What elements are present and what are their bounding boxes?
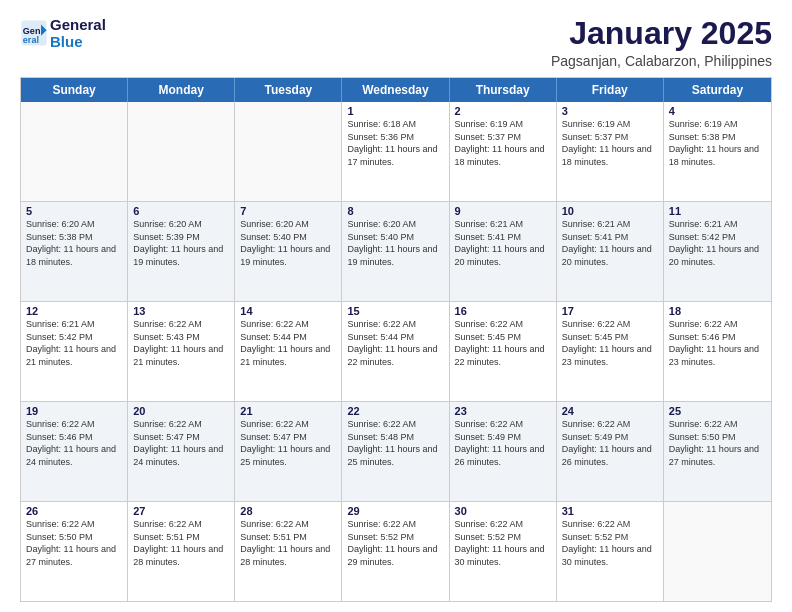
day-info: Sunrise: 6:22 AMSunset: 5:50 PMDaylight:…: [26, 518, 122, 568]
day-number: 26: [26, 505, 122, 517]
day-info: Sunrise: 6:20 AMSunset: 5:38 PMDaylight:…: [26, 218, 122, 268]
weekday-header-friday: Friday: [557, 78, 664, 102]
day-number: 18: [669, 305, 766, 317]
calendar-cell: 19Sunrise: 6:22 AMSunset: 5:46 PMDayligh…: [21, 402, 128, 501]
day-number: 3: [562, 105, 658, 117]
logo-line1: General: [50, 16, 106, 33]
calendar-cell: 27Sunrise: 6:22 AMSunset: 5:51 PMDayligh…: [128, 502, 235, 601]
day-info: Sunrise: 6:19 AMSunset: 5:37 PMDaylight:…: [455, 118, 551, 168]
day-info: Sunrise: 6:20 AMSunset: 5:40 PMDaylight:…: [347, 218, 443, 268]
day-number: 7: [240, 205, 336, 217]
calendar-cell: 9Sunrise: 6:21 AMSunset: 5:41 PMDaylight…: [450, 202, 557, 301]
day-number: 2: [455, 105, 551, 117]
calendar-cell: 11Sunrise: 6:21 AMSunset: 5:42 PMDayligh…: [664, 202, 771, 301]
logo-icon: Gen eral: [20, 19, 48, 47]
day-info: Sunrise: 6:22 AMSunset: 5:49 PMDaylight:…: [562, 418, 658, 468]
calendar-cell: 22Sunrise: 6:22 AMSunset: 5:48 PMDayligh…: [342, 402, 449, 501]
calendar-cell: [664, 502, 771, 601]
weekday-header-sunday: Sunday: [21, 78, 128, 102]
day-number: 27: [133, 505, 229, 517]
weekday-header-monday: Monday: [128, 78, 235, 102]
calendar-cell: 29Sunrise: 6:22 AMSunset: 5:52 PMDayligh…: [342, 502, 449, 601]
day-info: Sunrise: 6:20 AMSunset: 5:39 PMDaylight:…: [133, 218, 229, 268]
calendar-cell: 10Sunrise: 6:21 AMSunset: 5:41 PMDayligh…: [557, 202, 664, 301]
calendar-cell: 7Sunrise: 6:20 AMSunset: 5:40 PMDaylight…: [235, 202, 342, 301]
day-info: Sunrise: 6:22 AMSunset: 5:52 PMDaylight:…: [347, 518, 443, 568]
calendar-row-4: 19Sunrise: 6:22 AMSunset: 5:46 PMDayligh…: [21, 401, 771, 501]
calendar-cell: 5Sunrise: 6:20 AMSunset: 5:38 PMDaylight…: [21, 202, 128, 301]
calendar-cell: 6Sunrise: 6:20 AMSunset: 5:39 PMDaylight…: [128, 202, 235, 301]
calendar-cell: 25Sunrise: 6:22 AMSunset: 5:50 PMDayligh…: [664, 402, 771, 501]
day-number: 17: [562, 305, 658, 317]
calendar-cell: [21, 102, 128, 201]
weekday-header-thursday: Thursday: [450, 78, 557, 102]
calendar-cell: 14Sunrise: 6:22 AMSunset: 5:44 PMDayligh…: [235, 302, 342, 401]
page: Gen eral General Blue January 2025 Pagsa…: [0, 0, 792, 612]
day-number: 6: [133, 205, 229, 217]
day-info: Sunrise: 6:21 AMSunset: 5:42 PMDaylight:…: [669, 218, 766, 268]
calendar-cell: 17Sunrise: 6:22 AMSunset: 5:45 PMDayligh…: [557, 302, 664, 401]
day-info: Sunrise: 6:22 AMSunset: 5:48 PMDaylight:…: [347, 418, 443, 468]
day-info: Sunrise: 6:22 AMSunset: 5:46 PMDaylight:…: [26, 418, 122, 468]
calendar-cell: 23Sunrise: 6:22 AMSunset: 5:49 PMDayligh…: [450, 402, 557, 501]
day-number: 29: [347, 505, 443, 517]
day-info: Sunrise: 6:20 AMSunset: 5:40 PMDaylight:…: [240, 218, 336, 268]
day-number: 30: [455, 505, 551, 517]
day-info: Sunrise: 6:22 AMSunset: 5:43 PMDaylight:…: [133, 318, 229, 368]
day-number: 4: [669, 105, 766, 117]
day-number: 31: [562, 505, 658, 517]
day-info: Sunrise: 6:19 AMSunset: 5:37 PMDaylight:…: [562, 118, 658, 168]
calendar-cell: 30Sunrise: 6:22 AMSunset: 5:52 PMDayligh…: [450, 502, 557, 601]
calendar: SundayMondayTuesdayWednesdayThursdayFrid…: [20, 77, 772, 602]
calendar-cell: 26Sunrise: 6:22 AMSunset: 5:50 PMDayligh…: [21, 502, 128, 601]
calendar-cell: 24Sunrise: 6:22 AMSunset: 5:49 PMDayligh…: [557, 402, 664, 501]
day-info: Sunrise: 6:18 AMSunset: 5:36 PMDaylight:…: [347, 118, 443, 168]
day-number: 1: [347, 105, 443, 117]
subtitle: Pagsanjan, Calabarzon, Philippines: [551, 53, 772, 69]
day-number: 8: [347, 205, 443, 217]
day-info: Sunrise: 6:22 AMSunset: 5:50 PMDaylight:…: [669, 418, 766, 468]
weekday-header-saturday: Saturday: [664, 78, 771, 102]
calendar-cell: 12Sunrise: 6:21 AMSunset: 5:42 PMDayligh…: [21, 302, 128, 401]
calendar-body: 1Sunrise: 6:18 AMSunset: 5:36 PMDaylight…: [21, 102, 771, 601]
svg-text:eral: eral: [23, 35, 39, 45]
calendar-cell: 3Sunrise: 6:19 AMSunset: 5:37 PMDaylight…: [557, 102, 664, 201]
calendar-cell: [128, 102, 235, 201]
day-info: Sunrise: 6:21 AMSunset: 5:41 PMDaylight:…: [455, 218, 551, 268]
day-info: Sunrise: 6:22 AMSunset: 5:44 PMDaylight:…: [347, 318, 443, 368]
day-number: 10: [562, 205, 658, 217]
day-info: Sunrise: 6:22 AMSunset: 5:47 PMDaylight:…: [240, 418, 336, 468]
day-info: Sunrise: 6:21 AMSunset: 5:41 PMDaylight:…: [562, 218, 658, 268]
day-number: 12: [26, 305, 122, 317]
calendar-row-2: 5Sunrise: 6:20 AMSunset: 5:38 PMDaylight…: [21, 201, 771, 301]
day-info: Sunrise: 6:22 AMSunset: 5:47 PMDaylight:…: [133, 418, 229, 468]
day-number: 22: [347, 405, 443, 417]
calendar-cell: 18Sunrise: 6:22 AMSunset: 5:46 PMDayligh…: [664, 302, 771, 401]
day-info: Sunrise: 6:22 AMSunset: 5:46 PMDaylight:…: [669, 318, 766, 368]
calendar-row-5: 26Sunrise: 6:22 AMSunset: 5:50 PMDayligh…: [21, 501, 771, 601]
day-info: Sunrise: 6:22 AMSunset: 5:51 PMDaylight:…: [240, 518, 336, 568]
calendar-row-3: 12Sunrise: 6:21 AMSunset: 5:42 PMDayligh…: [21, 301, 771, 401]
calendar-cell: 16Sunrise: 6:22 AMSunset: 5:45 PMDayligh…: [450, 302, 557, 401]
logo-line2: Blue: [50, 33, 106, 50]
day-number: 16: [455, 305, 551, 317]
calendar-cell: 21Sunrise: 6:22 AMSunset: 5:47 PMDayligh…: [235, 402, 342, 501]
calendar-cell: 31Sunrise: 6:22 AMSunset: 5:52 PMDayligh…: [557, 502, 664, 601]
calendar-cell: 13Sunrise: 6:22 AMSunset: 5:43 PMDayligh…: [128, 302, 235, 401]
day-info: Sunrise: 6:22 AMSunset: 5:52 PMDaylight:…: [455, 518, 551, 568]
logo: Gen eral General Blue: [20, 16, 106, 51]
calendar-row-1: 1Sunrise: 6:18 AMSunset: 5:36 PMDaylight…: [21, 102, 771, 201]
day-number: 14: [240, 305, 336, 317]
calendar-cell: 1Sunrise: 6:18 AMSunset: 5:36 PMDaylight…: [342, 102, 449, 201]
calendar-cell: 15Sunrise: 6:22 AMSunset: 5:44 PMDayligh…: [342, 302, 449, 401]
calendar-header: SundayMondayTuesdayWednesdayThursdayFrid…: [21, 78, 771, 102]
day-number: 20: [133, 405, 229, 417]
day-number: 5: [26, 205, 122, 217]
main-title: January 2025: [551, 16, 772, 51]
title-block: January 2025 Pagsanjan, Calabarzon, Phil…: [551, 16, 772, 69]
day-number: 19: [26, 405, 122, 417]
day-info: Sunrise: 6:22 AMSunset: 5:51 PMDaylight:…: [133, 518, 229, 568]
day-number: 28: [240, 505, 336, 517]
day-number: 25: [669, 405, 766, 417]
day-info: Sunrise: 6:22 AMSunset: 5:45 PMDaylight:…: [562, 318, 658, 368]
